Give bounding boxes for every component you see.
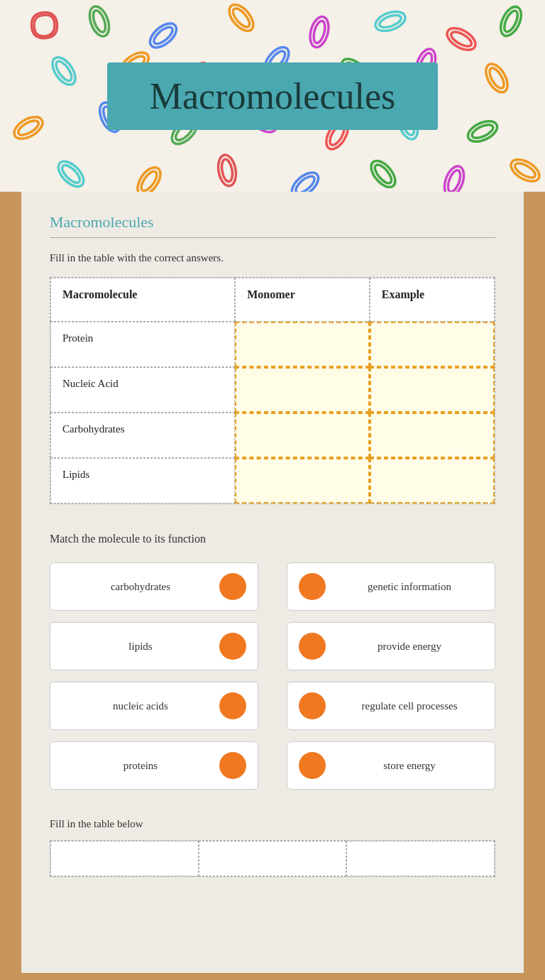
svg-point-54: [507, 156, 543, 186]
svg-point-15: [53, 59, 75, 83]
title-banner: Macromolecules: [107, 62, 439, 130]
svg-point-43: [60, 163, 83, 186]
fill-table-section: Fill in the table below: [50, 818, 495, 877]
cell-carbohydrates-label: Carbohydrates: [50, 413, 235, 458]
match-label-provide-energy: provide energy: [336, 641, 483, 653]
match-label-store-energy: store energy: [336, 760, 483, 772]
match-left-proteins[interactable]: proteins: [50, 741, 258, 790]
match-right-regulate[interactable]: regulate cell processes: [287, 682, 495, 730]
svg-point-5: [230, 6, 252, 30]
svg-point-14: [48, 53, 80, 89]
bottom-table-cell-3[interactable]: [346, 841, 495, 876]
svg-point-3: [151, 24, 175, 46]
connector-dot-provide-energy[interactable]: [299, 633, 326, 660]
svg-point-6: [307, 15, 332, 50]
svg-point-50: [367, 156, 400, 191]
cell-lipids-example[interactable]: [370, 458, 495, 503]
table-row-lipids: Lipids: [50, 458, 495, 503]
cell-carbohydrates-monomer[interactable]: [235, 413, 369, 458]
table-header-row: Macromolecule Monomer Example: [50, 278, 495, 322]
header-area: Macromolecules: [0, 0, 545, 192]
table-row-carbohydrates: Carbohydrates: [50, 413, 495, 458]
cell-nucleicacid-monomer[interactable]: [235, 367, 369, 413]
fill-instruction: Fill in the table below: [50, 818, 495, 830]
table-row-nucleic-acid: Nucleic Acid: [50, 367, 495, 413]
table-row-protein: Protein: [50, 322, 495, 367]
cell-protein-label: Protein: [50, 322, 235, 367]
bottom-table: [50, 840, 495, 877]
cell-nucleicacid-example[interactable]: [370, 367, 495, 413]
svg-point-29: [16, 118, 41, 138]
svg-point-4: [225, 0, 258, 35]
match-right-provide-energy[interactable]: provide energy: [287, 622, 495, 670]
cell-nucleicacid-label: Nucleic Acid: [50, 367, 235, 413]
macromolecule-table: Macromolecule Monomer Example: [50, 277, 495, 504]
match-label-nucleic-acids: nucleic acids: [62, 700, 219, 712]
svg-point-11: [449, 29, 474, 49]
svg-point-10: [444, 24, 479, 55]
col-header-monomer: Monomer: [235, 278, 369, 322]
svg-point-45: [138, 169, 160, 192]
svg-point-8: [373, 8, 408, 35]
cell-protein-example[interactable]: [370, 322, 495, 367]
table-instruction: Fill in the table with the correct answe…: [50, 252, 495, 264]
cell-carbohydrates-example[interactable]: [370, 413, 495, 458]
match-right-store-energy[interactable]: store energy: [287, 741, 495, 790]
match-instruction: Match the molecule to its function: [50, 533, 495, 545]
svg-point-52: [441, 163, 468, 192]
match-label-lipids: lipids: [62, 641, 219, 653]
section-divider: [50, 237, 495, 238]
page-title: Macromolecules: [150, 75, 396, 117]
svg-point-2: [145, 19, 180, 53]
cell-lipids-monomer[interactable]: [235, 458, 369, 503]
match-right-genetic[interactable]: genetic information: [287, 562, 495, 611]
match-label-proteins: proteins: [62, 760, 219, 772]
cell-lipids-label: Lipids: [50, 458, 235, 503]
main-content: Macromolecules Fill in the table with th…: [21, 192, 524, 973]
connector-dot-carbohydrates[interactable]: [219, 573, 246, 600]
svg-point-28: [11, 113, 46, 143]
connector-dot-proteins[interactable]: [219, 752, 246, 779]
match-left-lipids[interactable]: lipids: [50, 622, 258, 670]
svg-point-13: [502, 9, 520, 34]
svg-point-47: [220, 158, 233, 183]
match-left-nucleic-acids[interactable]: nucleic acids: [50, 682, 258, 730]
connector-dot-regulate[interactable]: [299, 692, 326, 719]
match-grid: carbohydrates genetic information lipids…: [50, 562, 495, 790]
match-label-carbohydrates: carbohydrates: [62, 581, 219, 593]
svg-point-40: [465, 117, 500, 146]
bottom-table-row: [50, 841, 495, 876]
connector-dot-store-energy[interactable]: [299, 752, 326, 779]
match-section: Match the molecule to its function carbo…: [50, 533, 495, 790]
match-label-regulate: regulate cell processes: [336, 700, 483, 712]
bottom-table-cell-2[interactable]: [199, 841, 347, 876]
svg-point-51: [372, 162, 394, 186]
svg-point-0: [86, 4, 113, 39]
bottom-table-cell-1[interactable]: [50, 841, 199, 876]
connector-dot-nucleic-acids[interactable]: [219, 692, 246, 719]
connector-dot-genetic[interactable]: [299, 573, 326, 600]
col-header-macromolecule: Macromolecule: [50, 278, 235, 322]
connector-dot-lipids[interactable]: [219, 633, 246, 660]
match-left-carbohydrates[interactable]: carbohydrates: [50, 562, 258, 611]
cell-protein-monomer[interactable]: [235, 322, 369, 367]
svg-point-26: [482, 60, 512, 96]
match-label-genetic: genetic information: [336, 581, 483, 593]
svg-point-55: [513, 160, 538, 180]
svg-point-41: [470, 122, 495, 141]
section1-title: Macromolecules: [50, 213, 495, 232]
svg-point-42: [54, 157, 88, 191]
svg-point-12: [497, 4, 525, 39]
svg-point-27: [487, 66, 507, 91]
col-header-example: Example: [370, 278, 495, 322]
